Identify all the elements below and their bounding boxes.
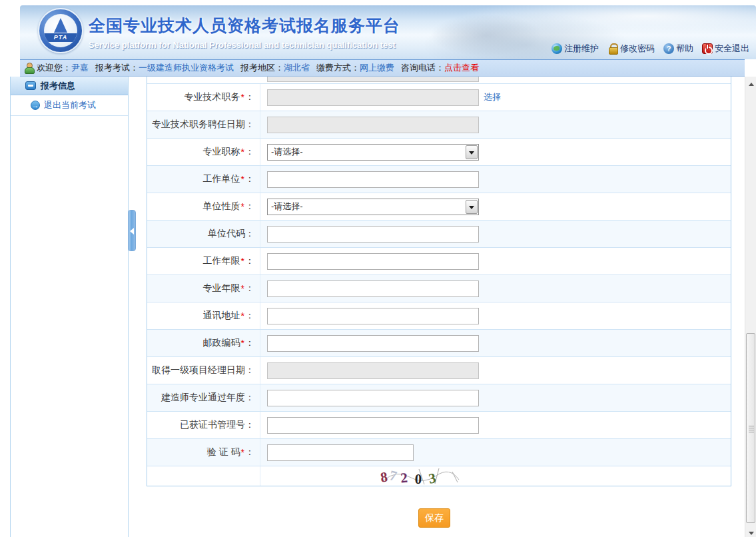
required-asterisk: *: [241, 147, 244, 157]
field-label: 通讯地址*：: [147, 302, 260, 329]
text-input[interactable]: [267, 253, 479, 270]
field-control: 87203: [260, 466, 731, 486]
field-control: [260, 412, 731, 438]
field-label: 单位代码：: [147, 221, 260, 247]
site-title: 全国专业技术人员资格考试报名服务平台: [89, 15, 400, 37]
welcome-bar-segment: 咨询电话：点击查看: [401, 62, 479, 74]
field-control: [260, 221, 731, 247]
field-control: [260, 275, 731, 302]
save-button[interactable]: 保存: [418, 508, 450, 528]
form-rows: 专业技术职务*：选择专业技术职务聘任日期：专业职称*：-请选择-工作单位*：单位…: [147, 84, 731, 486]
scroll-up-button[interactable]: [745, 77, 756, 88]
captcha-digit: 0: [414, 470, 422, 487]
text-input[interactable]: [267, 335, 479, 352]
form-row: 专业技术职务聘任日期：: [147, 111, 731, 139]
header-links: 注册维护修改密码帮助安全退出: [552, 43, 749, 55]
header-titles: 全国专业技术人员资格考试报名服务平台 Service platform for …: [89, 15, 400, 50]
pta-logo-circle: PTA: [38, 8, 83, 53]
text-input[interactable]: [267, 171, 479, 188]
field-label: 邮政编码*：: [147, 330, 260, 356]
field-control: [260, 166, 731, 193]
header-link-label: 修改密码: [620, 43, 655, 55]
sidebar-item-exit-exam[interactable]: 退出当前考试: [11, 95, 128, 116]
captcha-image: 87203: [380, 466, 467, 486]
arrow-right-icon: [31, 101, 40, 110]
form-row: 通讯地址*：: [147, 302, 731, 330]
scrollbar-thumb[interactable]: [746, 333, 755, 523]
field-control: [260, 439, 731, 466]
help-icon: [663, 43, 674, 54]
welcome-bar-segment: 缴费方式：网上缴费: [316, 62, 394, 74]
captcha-input[interactable]: [267, 444, 414, 461]
field-control: -请选择-: [260, 193, 731, 220]
text-input[interactable]: [267, 390, 479, 406]
text-input[interactable]: [267, 280, 479, 297]
dropdown-select[interactable]: -请选择-: [267, 199, 479, 215]
scroll-down-button[interactable]: [745, 526, 756, 537]
field-label: [147, 466, 260, 486]
pta-logo-emblem: PTA: [44, 14, 77, 47]
form-row: 专业技术职务*：选择: [147, 84, 731, 111]
sidebar-item-label: 退出当前考试: [44, 99, 96, 111]
welcome-bar-segment: 报考地区：湖北省: [240, 62, 310, 74]
form-row-clipped: [147, 77, 731, 84]
sidebar-collapse-handle[interactable]: [128, 210, 136, 251]
dropdown-arrow-icon[interactable]: [466, 145, 478, 159]
dropdown-arrow-icon[interactable]: [466, 200, 478, 214]
header-link[interactable]: 安全退出: [702, 43, 749, 55]
form-row: 取得一级项目经理日期：: [147, 357, 731, 384]
field-control: [260, 111, 731, 138]
field-label: 工作年限*：: [147, 248, 260, 274]
header-link[interactable]: 注册维护: [552, 43, 599, 55]
segment-label: 欢迎您：: [37, 62, 71, 74]
text-input[interactable]: [267, 308, 479, 324]
captcha-digit: 2: [400, 468, 408, 486]
welcome-bar-segment: 欢迎您：尹嘉: [37, 62, 89, 74]
required-asterisk: *: [241, 310, 244, 321]
header-link[interactable]: 修改密码: [607, 43, 655, 55]
field-label: 验 证 码*：: [147, 439, 260, 466]
segment-label: 报考考试：: [95, 62, 139, 74]
field-label: 专业职称*：: [147, 139, 260, 165]
disabled-input: [267, 77, 479, 82]
field-control: [260, 330, 731, 356]
segment-value: 网上缴费: [360, 62, 394, 74]
pta-logo: PTA: [38, 8, 85, 55]
phone-view-link[interactable]: 点击查看: [444, 62, 479, 74]
field-label: 单位性质*：: [147, 193, 260, 220]
vertical-scrollbar[interactable]: [745, 77, 756, 537]
form-row: 建造师专业通过年度：: [147, 384, 731, 412]
field-control: [260, 248, 731, 274]
sidebar-section-title: 报考信息: [41, 80, 75, 92]
field-control: -请选择-: [260, 139, 731, 165]
power-icon: [702, 43, 713, 54]
form-row: 验 证 码*：: [147, 439, 731, 466]
header-banner: PTA 全国专业技术人员资格考试报名服务平台 Service platform …: [20, 5, 756, 59]
required-asterisk: *: [241, 174, 244, 185]
text-input[interactable]: [267, 226, 479, 243]
header-link[interactable]: 帮助: [663, 43, 693, 55]
segment-label: 缴费方式：: [316, 62, 360, 74]
scroll-down-arrow-icon: [749, 532, 754, 535]
select-link[interactable]: 选择: [484, 91, 501, 103]
disabled-input: [267, 117, 479, 133]
field-label: 专业年限*：: [147, 275, 260, 302]
field-label: 建造师专业通过年度：: [147, 384, 260, 411]
lock-icon: [607, 43, 618, 54]
text-input[interactable]: [267, 417, 479, 434]
dropdown-select[interactable]: -请选择-: [267, 144, 479, 161]
selected-option: -请选择-: [268, 201, 303, 213]
header-link-label: 注册维护: [564, 43, 599, 55]
sidebar-section-header[interactable]: 报考信息: [11, 77, 128, 95]
header-link-label: 帮助: [676, 43, 693, 55]
required-asterisk: *: [241, 283, 244, 294]
required-asterisk: *: [241, 201, 244, 212]
field-label: 已获证书管理号：: [147, 412, 260, 438]
disabled-input: [267, 89, 479, 106]
disabled-input: [267, 362, 479, 379]
field-label: 工作单位*：: [147, 166, 260, 193]
collapse-section-icon: [25, 81, 36, 90]
field-control: 选择: [260, 84, 731, 111]
globe-icon: [552, 43, 562, 54]
required-asterisk: *: [241, 92, 244, 103]
